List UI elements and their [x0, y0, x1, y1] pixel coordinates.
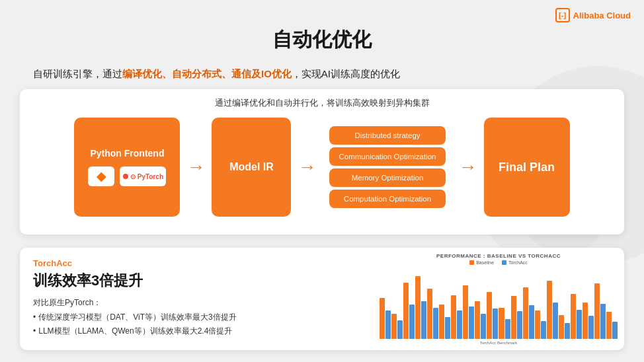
communication-opt-box: Communication Optimization	[329, 147, 445, 166]
final-plan-label: Final Plan	[499, 161, 555, 174]
model-ir-label: Model IR	[229, 161, 274, 173]
legend-torchacc: TorchAcc	[502, 260, 528, 265]
bar-baseline-15	[559, 315, 564, 339]
logos-row: ◆ ⊙ PyTorch	[88, 166, 166, 186]
legend-baseline-dot	[469, 260, 474, 265]
middle-boxes: Distributed strategy Communication Optim…	[329, 126, 445, 208]
bar-baseline-3	[415, 276, 421, 339]
tensorflow-logo: ◆	[88, 166, 114, 186]
bar-torchacc-18	[600, 304, 606, 339]
bar-torchacc-0	[385, 310, 391, 339]
bottom-card: TorchAcc 训练效率3倍提升 对比原生PyTorch： • 传统深度学习模…	[20, 248, 624, 350]
subtitle: 自研训练引擎，通过编译优化、自动分布式、通信及IO优化，实现AI训练高度的优化	[33, 66, 611, 82]
bar-baseline-8	[475, 301, 480, 339]
pytorch-dot	[123, 174, 128, 179]
arrow-1: →	[186, 157, 205, 178]
page-title: 自动化优化	[272, 26, 372, 54]
memory-opt-box: Memory Optimization	[329, 168, 445, 187]
python-frontend-label: Python Frontend	[90, 148, 164, 159]
arrow-2: →	[298, 157, 316, 178]
bar-group-18	[594, 283, 606, 339]
bar-group-12	[523, 287, 534, 339]
chart-legend: Baseline TorchAcc	[378, 260, 619, 265]
subtitle-highlight: 编译优化、自动分布式、通信及IO优化	[122, 68, 292, 79]
bar-group-3	[415, 276, 426, 339]
diagram-card: 通过编译优化和自动并行化，将训练高效映射到异构集群 Python Fronten…	[20, 89, 624, 235]
alibaba-logo-icon: [-]	[555, 8, 570, 22]
bar-baseline-4	[427, 289, 432, 339]
bar-group-10	[499, 308, 510, 340]
bar-torchacc-17	[588, 316, 594, 339]
bar-group-15	[559, 315, 570, 339]
bar-group-19	[606, 312, 618, 339]
bar-baseline-18	[594, 283, 600, 339]
chart-container: PERFORMANCE : BASELINE VS TORCHACC Basel…	[378, 253, 619, 345]
bottom-left: TorchAcc 训练效率3倍提升 对比原生PyTorch： • 传统深度学习模…	[20, 248, 373, 350]
distributed-strategy-box: Distributed strategy	[329, 126, 445, 145]
bar-baseline-10	[499, 308, 504, 340]
bar-torchacc-3	[421, 301, 426, 339]
diagram-subtitle: 通过编译优化和自动并行化，将训练高效映射到异构集群	[20, 89, 624, 114]
bar-baseline-17	[583, 303, 588, 339]
bar-baseline-0	[380, 298, 385, 339]
chart-area	[378, 266, 619, 339]
bar-baseline-5	[439, 305, 444, 339]
bar-group-14	[547, 281, 558, 339]
desc-intro: 对比原生PyTorch：	[33, 296, 360, 310]
bar-group-6	[451, 295, 462, 340]
bullet-1: • 传统深度学习模型（DAT、ViT等）训练效率最大3倍提升	[33, 310, 360, 325]
bar-group-1	[391, 314, 403, 339]
tf-symbol: ◆	[97, 169, 106, 184]
legend-baseline: Baseline	[469, 260, 494, 265]
bar-group-8	[475, 301, 486, 339]
bottom-desc: 对比原生PyTorch： • 传统深度学习模型（DAT、ViT等）训练效率最大3…	[33, 296, 360, 339]
model-ir-box: Model IR	[212, 118, 291, 217]
bar-torchacc-6	[457, 310, 462, 339]
bar-torchacc-16	[577, 310, 582, 339]
alibaba-logo: [-] Alibaba Cloud	[555, 8, 631, 22]
torchacc-label: TorchAcc	[33, 258, 360, 268]
bar-torchacc-10	[505, 319, 510, 339]
bar-baseline-11	[511, 296, 516, 339]
legend-baseline-label: Baseline	[476, 260, 494, 265]
bar-group-7	[463, 285, 474, 339]
arrow-3: →	[459, 157, 477, 178]
diagram-content: Python Frontend ◆ ⊙ PyTorch → Model IR →…	[20, 118, 624, 217]
bar-baseline-13	[535, 310, 540, 339]
bottom-right: PERFORMANCE : BASELINE VS TORCHACC Basel…	[373, 248, 624, 350]
bar-baseline-6	[451, 295, 456, 340]
bar-baseline-9	[487, 292, 492, 339]
brand-name: Alibaba Cloud	[573, 11, 631, 20]
bullet-2: • LLM模型（LLAMA、QWen等）训练效率最大2.4倍提升	[33, 324, 360, 339]
bar-group-4	[427, 289, 438, 339]
subtitle-pre: 自研训练引擎，通过	[33, 68, 122, 79]
bar-torchacc-1	[397, 320, 403, 340]
computation-opt-box: Computation Optimization	[329, 190, 445, 208]
bar-baseline-12	[523, 287, 528, 339]
pytorch-text: ⊙ PyTorch	[130, 173, 163, 180]
chart-xlabel: TorchAcc Benchmark	[378, 341, 619, 345]
bar-group-17	[583, 303, 594, 339]
bar-group-16	[571, 294, 582, 339]
python-frontend-box: Python Frontend ◆ ⊙ PyTorch	[74, 118, 180, 217]
bar-group-11	[511, 296, 522, 339]
bar-torchacc-4	[433, 308, 438, 340]
pytorch-logo: ⊙ PyTorch	[120, 166, 166, 186]
bar-torchacc-19	[612, 322, 618, 339]
bar-torchacc-15	[565, 323, 570, 339]
header: [-] Alibaba Cloud	[555, 8, 631, 22]
bar-torchacc-2	[409, 305, 415, 339]
bar-baseline-14	[547, 281, 552, 339]
bar-baseline-19	[606, 312, 612, 339]
bar-torchacc-9	[493, 308, 498, 339]
legend-torchacc-dot	[502, 260, 506, 265]
bar-group-2	[403, 283, 415, 340]
bar-torchacc-8	[481, 314, 486, 339]
bar-baseline-2	[403, 283, 409, 340]
bar-baseline-16	[571, 294, 576, 339]
bar-torchacc-5	[445, 317, 450, 339]
bar-torchacc-7	[469, 307, 474, 339]
subtitle-post: ，实现AI训练高度的优化	[292, 68, 400, 79]
bar-group-9	[487, 292, 498, 339]
final-plan-box: Final Plan	[484, 118, 570, 217]
